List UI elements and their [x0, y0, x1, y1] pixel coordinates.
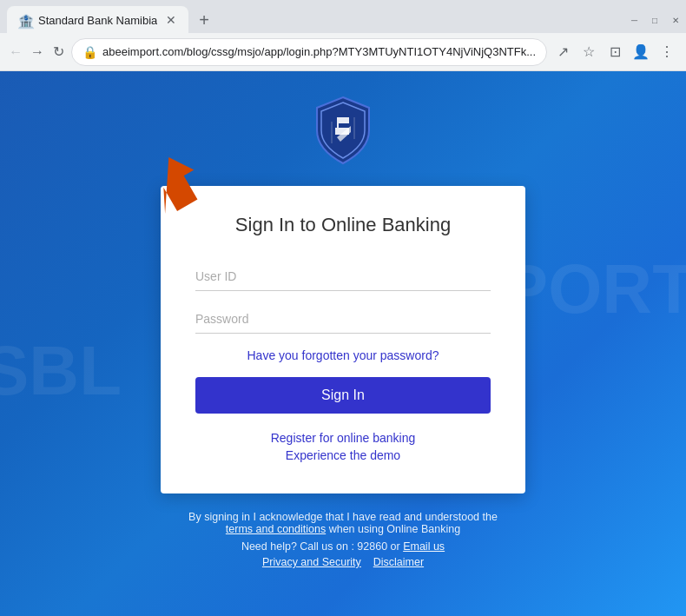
forward-button[interactable]: → — [29, 40, 47, 64]
menu-button[interactable]: ⋮ — [655, 40, 679, 64]
maximize-icon[interactable]: □ — [652, 16, 657, 25]
address-bar[interactable]: 🔒 abeeimport.com/blog/cssg/msjo/app/logi… — [71, 38, 547, 66]
title-bar: 🏦 Standard Bank Namibia ✕ + ─ □ ✕ — [0, 0, 686, 33]
bottom-links: Privacy and Security Disclaimer — [188, 556, 498, 568]
browser-tab[interactable]: 🏦 Standard Bank Namibia ✕ — [7, 6, 188, 34]
login-card: Sign In to Online Banking Have you forgo… — [161, 186, 525, 493]
tab-title: Standard Bank Namibia — [38, 14, 157, 27]
privacy-link[interactable]: Privacy and Security — [262, 556, 361, 568]
profile-button[interactable]: 👤 — [629, 40, 653, 64]
toolbar-actions: ↗ ☆ ⊡ 👤 ⋮ — [551, 40, 679, 64]
help-text: Need help? — [241, 540, 297, 553]
bank-logo — [313, 96, 373, 169]
new-tab-button[interactable]: + — [192, 7, 216, 34]
url-display: abeeimport.com/blog/cssg/msjo/app/login.… — [102, 45, 536, 58]
card-title: Sign In to Online Banking — [195, 214, 491, 236]
tab-favicon: 🏦 — [17, 13, 31, 27]
bookmark-button[interactable]: ☆ — [577, 40, 601, 64]
forgot-password-link[interactable]: Have you forgotten your password? — [195, 348, 491, 363]
signin-button[interactable]: Sign In — [195, 377, 491, 414]
tab-close-button[interactable]: ✕ — [164, 13, 178, 27]
userid-field — [195, 262, 491, 291]
page-content: SBL SPORT Sign In to Online Banking — [0, 71, 686, 616]
share-button[interactable]: ↗ — [551, 40, 575, 64]
page-footer: By signing in I acknowledge that I have … — [188, 511, 498, 572]
browser-chrome: 🏦 Standard Bank Namibia ✕ + ─ □ ✕ ← → ↻ … — [0, 0, 686, 71]
footer-line1: By signing in I acknowledge that I have … — [188, 511, 498, 523]
terms-line: By signing in I acknowledge that I have … — [188, 511, 498, 535]
window-controls: ─ □ ✕ — [631, 12, 679, 28]
close-icon[interactable]: ✕ — [672, 16, 679, 25]
demo-link[interactable]: Experience the demo — [195, 448, 491, 462]
call-text: Call us on : 92860 or — [300, 540, 399, 553]
forgot-password-anchor[interactable]: Have you forgotten your password? — [247, 348, 439, 362]
reload-button[interactable]: ↻ — [49, 40, 68, 64]
browser-toolbar: ← → ↻ 🔒 abeeimport.com/blog/cssg/msjo/ap… — [0, 33, 686, 71]
footer-line2: when using Online Banking — [329, 523, 461, 535]
lock-icon: 🔒 — [82, 45, 97, 59]
email-link[interactable]: Email us — [403, 540, 445, 553]
back-button[interactable]: ← — [7, 40, 25, 64]
disclaimer-link[interactable]: Disclaimer — [373, 556, 424, 568]
register-link[interactable]: Register for online banking — [195, 431, 491, 445]
help-line: Need help? Call us on : 92860 or Email u… — [188, 540, 498, 553]
minimize-icon[interactable]: ─ — [631, 16, 637, 25]
card-links: Register for online banking Experience t… — [195, 431, 491, 462]
bg-watermark-left: SBL — [0, 331, 122, 411]
password-input[interactable] — [195, 305, 491, 334]
split-view-button[interactable]: ⊡ — [603, 40, 627, 64]
terms-link[interactable]: terms and conditions — [226, 523, 326, 535]
password-field — [195, 305, 491, 334]
userid-input[interactable] — [195, 262, 491, 291]
